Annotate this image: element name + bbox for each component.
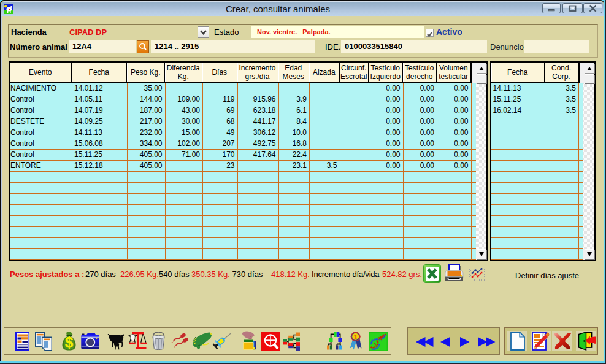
svg-text:$: $ <box>65 335 73 351</box>
svg-text:1: 1 <box>354 333 358 341</box>
